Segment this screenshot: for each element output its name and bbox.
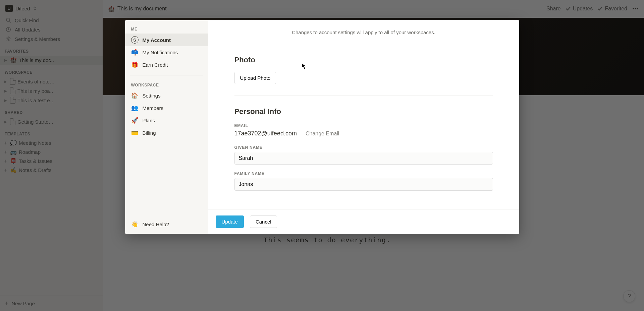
- modal-scrim[interactable]: ME S My Account 📫 My Notifications 🎁 Ear…: [0, 0, 644, 311]
- cancel-button[interactable]: Cancel: [250, 215, 277, 228]
- billing-item[interactable]: 💳 Billing: [125, 127, 208, 139]
- personal-info-heading: Personal Info: [234, 107, 493, 116]
- settings-item[interactable]: 🏠 Settings: [125, 89, 208, 102]
- email-label: EMAIL: [234, 123, 493, 128]
- earn-credit-item[interactable]: 🎁 Earn Credit: [125, 59, 208, 71]
- need-help-label: Need Help?: [143, 222, 169, 227]
- user-initial-icon: S: [131, 36, 139, 44]
- credit-card-icon: 💳: [131, 129, 139, 136]
- waving-hand-icon: 👋: [131, 221, 139, 228]
- need-help-item[interactable]: 👋 Need Help?: [125, 218, 208, 231]
- billing-label: Billing: [143, 130, 156, 136]
- my-notifications-label: My Notifications: [143, 50, 178, 55]
- rocket-icon: 🚀: [131, 117, 139, 124]
- upload-photo-button[interactable]: Upload Photo: [234, 72, 276, 84]
- settings-modal: ME S My Account 📫 My Notifications 🎁 Ear…: [125, 20, 519, 234]
- earn-credit-label: Earn Credit: [143, 62, 168, 68]
- modal-body: Changes to account settings will apply t…: [208, 20, 519, 234]
- plans-item[interactable]: 🚀 Plans: [125, 114, 208, 127]
- given-name-input[interactable]: [234, 152, 493, 165]
- me-heading: ME: [125, 23, 208, 34]
- change-email-link[interactable]: Change Email: [306, 131, 339, 137]
- update-button[interactable]: Update: [216, 215, 244, 228]
- settings-label: Settings: [143, 93, 161, 99]
- workspace-heading: WORKSPACE: [125, 79, 208, 89]
- house-icon: 🏠: [131, 92, 139, 99]
- people-icon: 👥: [131, 105, 139, 112]
- email-value: 17ae3702@uifeed.com: [234, 130, 297, 137]
- members-label: Members: [143, 105, 164, 111]
- given-name-label: GIVEN NAME: [234, 145, 493, 150]
- settings-hint: Changes to account settings will apply t…: [234, 29, 493, 35]
- modal-footer: Update Cancel: [208, 209, 519, 234]
- mailbox-icon: 📫: [131, 49, 139, 56]
- family-name-input[interactable]: [234, 178, 493, 191]
- family-name-label: FAMILY NAME: [234, 171, 493, 176]
- modal-sidebar: ME S My Account 📫 My Notifications 🎁 Ear…: [125, 20, 208, 234]
- gift-icon: 🎁: [131, 61, 139, 68]
- members-item[interactable]: 👥 Members: [125, 102, 208, 114]
- my-account-item[interactable]: S My Account: [125, 34, 208, 46]
- photo-heading: Photo: [234, 56, 493, 64]
- my-notifications-item[interactable]: 📫 My Notifications: [125, 46, 208, 59]
- plans-label: Plans: [143, 118, 155, 123]
- my-account-label: My Account: [143, 37, 171, 43]
